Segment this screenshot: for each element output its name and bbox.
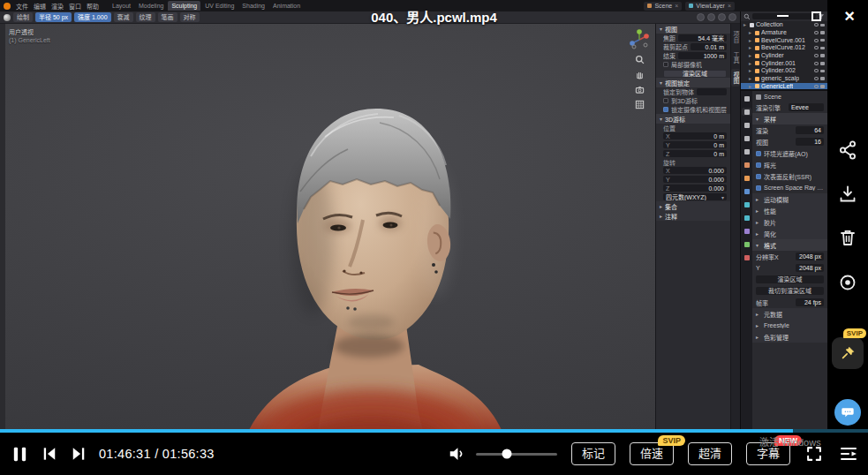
close-button[interactable]: × (833, 4, 866, 27)
lock-object-field[interactable] (697, 88, 727, 95)
eye-icon[interactable] (814, 69, 819, 72)
axis-field[interactable]: Y0 m (663, 141, 727, 148)
disclosure-icon[interactable] (756, 334, 761, 340)
camera-lock-row[interactable]: 锁定摄像机和视图层 (656, 105, 730, 114)
pan-hand-icon[interactable] (635, 70, 645, 79)
property-row[interactable]: 视图 16 (752, 136, 827, 147)
npanel-field-row[interactable]: 裁剪起点 0.01 m (656, 42, 730, 51)
download-icon[interactable] (837, 184, 858, 205)
camera-toggle-icon[interactable] (820, 85, 825, 88)
share-icon[interactable] (837, 139, 858, 161)
previous-button[interactable] (41, 445, 58, 463)
expand-icon[interactable]: ▸ (749, 29, 753, 36)
expand-icon[interactable]: ▸ (749, 67, 753, 74)
video-surface[interactable]: 文件编辑渲染窗口帮助 LayoutModelingSculptingUV Edi… (0, 0, 827, 430)
brush-icon[interactable] (4, 14, 11, 21)
axis-field[interactable]: Z0.000 (663, 185, 727, 192)
wireframe-shading-icon[interactable] (697, 13, 705, 21)
eye-icon[interactable] (814, 31, 819, 34)
tab-modifiers[interactable] (742, 187, 751, 195)
expand-icon[interactable]: ▸ (749, 75, 753, 82)
speed-button[interactable]: 倍速 SVIP (630, 442, 674, 465)
npanel-cursor-section[interactable]: ▾ 3D游标 (656, 114, 730, 124)
tool-option-chip[interactable]: 笔画 (158, 12, 177, 22)
workspace-tab[interactable]: UV Editing (201, 1, 238, 11)
tab-tool[interactable] (742, 94, 751, 102)
camera-toggle-icon[interactable] (820, 47, 825, 50)
tab-particles[interactable] (742, 200, 751, 208)
material-shading-icon[interactable] (718, 13, 726, 21)
disclosure-icon[interactable] (756, 116, 761, 122)
collapsed-section[interactable]: ▸ 注释 (656, 211, 730, 221)
property-row[interactable]: 格式 (752, 239, 827, 251)
tab-world[interactable] (742, 161, 751, 169)
tool-option-chip[interactable]: 对称 (180, 12, 200, 22)
property-row[interactable]: 色彩管理 (752, 331, 827, 343)
axis-gizmo-icon[interactable] (629, 28, 650, 49)
disclosure-icon[interactable] (756, 207, 761, 214)
outliner-row[interactable]: ▸ Armature (741, 29, 827, 37)
tab-output-properties[interactable] (742, 121, 751, 129)
disclosure-icon[interactable] (756, 196, 761, 202)
engine-dropdown[interactable]: Eevee (789, 103, 824, 111)
axis-field-row[interactable]: Y0 m (656, 140, 730, 149)
npanel-field-row[interactable]: 焦距 54.4 毫米 (656, 34, 730, 42)
outliner-row[interactable]: ▸ Cylinder.001 (741, 59, 827, 67)
property-value[interactable]: 2048 px (796, 264, 824, 272)
checkbox[interactable] (756, 151, 761, 156)
local-camera-checkbox[interactable] (663, 62, 668, 67)
n-panel-tab[interactable]: 视图 (731, 69, 740, 87)
axis-field[interactable]: X0 m (663, 132, 727, 139)
property-row[interactable]: Screen Space Ray Tracing 1.15 b (752, 182, 827, 193)
tool-option-chip[interactable]: 衰减 (114, 12, 133, 22)
property-row[interactable]: 胶片 (752, 216, 827, 228)
property-row[interactable]: 采样 (752, 113, 827, 124)
disclosure-icon[interactable] (756, 230, 761, 237)
menu-item[interactable]: 编辑 (34, 2, 46, 11)
mark-button[interactable]: 标记 (571, 442, 615, 465)
maximize-button[interactable] (799, 4, 833, 27)
expand-icon[interactable]: ▸ (749, 60, 753, 67)
tab-object-data[interactable] (742, 240, 751, 248)
outliner-row[interactable]: ▸ BevelCurve.001 (741, 36, 827, 44)
unlink-icon[interactable]: × (675, 3, 678, 9)
rotation-mode-dropdown[interactable]: 四元数(WXYZ) ▾ (663, 193, 727, 200)
tool-option-chip[interactable]: 纹理 (136, 12, 155, 22)
n-panel-tab[interactable]: 项目 (731, 28, 740, 46)
field-value[interactable]: 54.4 毫米 (678, 34, 727, 41)
rendered-shading-icon[interactable] (728, 13, 736, 21)
expand-icon[interactable]: ▸ (743, 21, 748, 28)
expand-icon[interactable]: ▸ (749, 37, 753, 44)
disclosure-icon[interactable] (756, 219, 761, 225)
viewport-3d[interactable]: 用户透视 (1) GenericLeft (0, 24, 740, 430)
outliner-row[interactable]: ▸ Cylinder.002 (741, 67, 827, 75)
expand-icon[interactable]: ▸ (749, 83, 753, 89)
property-value[interactable]: 2048 px (796, 253, 824, 260)
camera-toggle-icon[interactable] (820, 70, 825, 73)
checkbox[interactable] (756, 185, 761, 191)
outliner-row[interactable]: ▸ BevelCurve.012 (741, 44, 827, 52)
unlink-icon[interactable]: × (728, 3, 731, 9)
camera-toggle-icon[interactable] (820, 39, 825, 42)
property-row[interactable]: 性能 (752, 205, 827, 216)
ortho-grid-icon[interactable] (635, 100, 645, 109)
axis-field-row[interactable]: X0.000 (656, 166, 730, 175)
workspace-tab[interactable]: Animation (269, 1, 304, 11)
volume-knob[interactable] (502, 449, 511, 459)
workspace-tab[interactable]: Shading (238, 1, 268, 11)
camera-toggle-icon[interactable] (820, 62, 825, 65)
record-icon[interactable] (837, 272, 858, 293)
quality-button[interactable]: 超清 (688, 442, 732, 465)
eye-icon[interactable] (814, 39, 819, 42)
tab-render-properties[interactable] (742, 108, 751, 116)
property-row[interactable]: Y 2048 px (752, 262, 827, 274)
tab-view-layer[interactable] (742, 134, 751, 142)
local-camera-row[interactable]: 局部摄像机 (656, 60, 730, 69)
property-row[interactable]: 分辨率X 2048 px (752, 251, 827, 262)
camera-toggle-icon[interactable] (820, 31, 825, 34)
menu-item[interactable]: 渲染 (51, 2, 64, 11)
tab-object[interactable] (742, 174, 751, 182)
lock-object-row[interactable]: 锁定到物体 (656, 87, 730, 96)
brush-selector[interactable]: 绘制 (13, 12, 33, 22)
volume-slider[interactable] (476, 453, 557, 456)
